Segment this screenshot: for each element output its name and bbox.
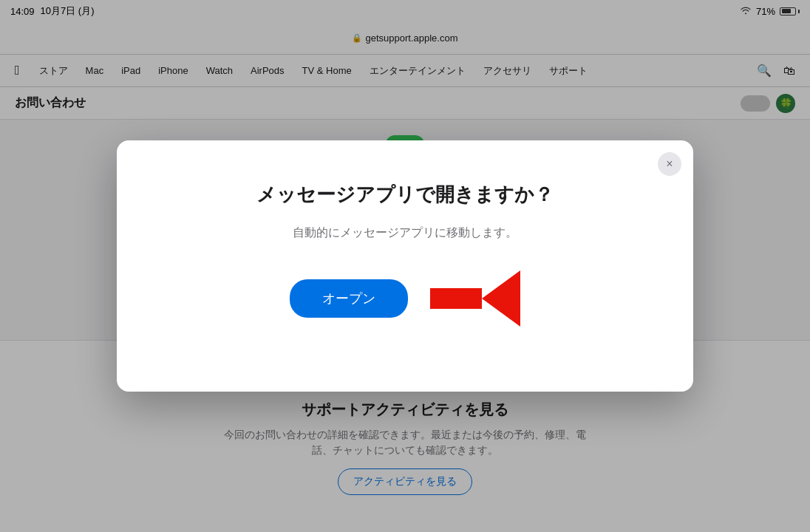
open-button[interactable]: オープン bbox=[290, 279, 408, 318]
red-arrow-indicator bbox=[430, 270, 520, 327]
modal-dialog: × メッセージアプリで開きますか？ 自動的にメッセージアプリに移動します。 オー… bbox=[117, 140, 693, 392]
modal-actions: オープン bbox=[290, 270, 520, 327]
modal-overlay: × メッセージアプリで開きますか？ 自動的にメッセージアプリに移動します。 オー… bbox=[0, 0, 810, 532]
arrow-shaft bbox=[430, 288, 482, 309]
modal-title: メッセージアプリで開きますか？ bbox=[256, 182, 554, 208]
arrow-head bbox=[482, 270, 520, 327]
modal-description: 自動的にメッセージアプリに移動します。 bbox=[293, 225, 517, 241]
modal-close-button[interactable]: × bbox=[658, 152, 681, 176]
